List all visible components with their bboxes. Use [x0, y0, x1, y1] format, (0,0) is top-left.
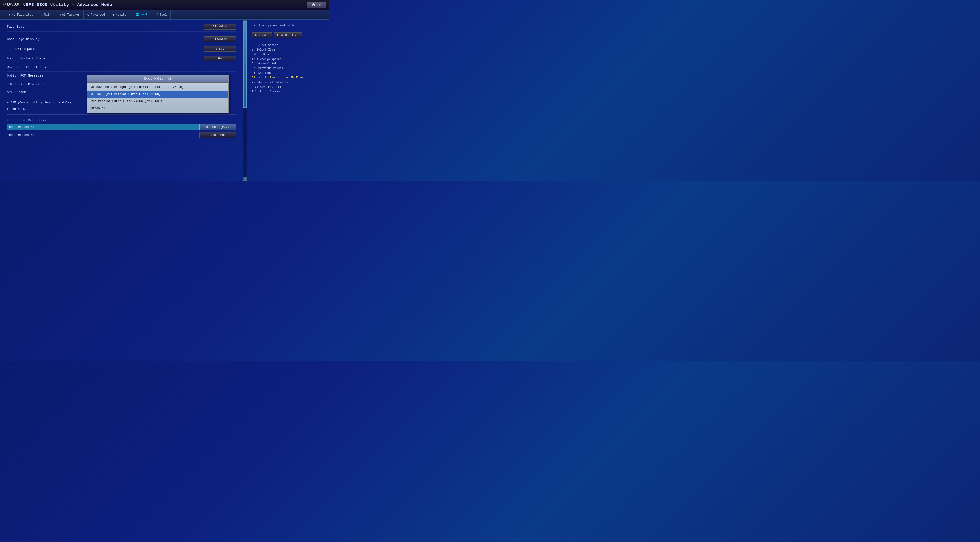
nav-monitor[interactable]: ♥ Monitor — [109, 10, 132, 19]
wait-f1-label: Wait For 'F1' If Error — [7, 65, 236, 69]
nav-ai-tweaker[interactable]: ◎ Ai Tweaker — [55, 10, 84, 19]
shortcut-f10-save: F10: Save ESC: Exit — [252, 85, 325, 89]
scrollbar-thumb[interactable] — [243, 21, 247, 108]
qck-note-button[interactable]: Qck Note — [252, 32, 272, 38]
boot-icon: ⏻ — [136, 13, 139, 16]
main-icon: ≡ — [41, 13, 43, 17]
dropdown-item-2[interactable]: P1: Patriot Burst Elite 240GB (228936MB) — [88, 98, 228, 105]
dropdown-item-3[interactable]: Disabled — [88, 105, 228, 112]
shortcut-select-screen: ↔: Select Screen — [252, 43, 325, 48]
post-report-label: POST Report — [14, 47, 204, 51]
scrollbar-down-arrow[interactable]: ▼ — [243, 177, 247, 181]
dropdown-list: Windows Boot Manager (P1: Patriot Burst … — [88, 83, 228, 113]
post-report-row: POST Report 5 sec — [7, 44, 236, 54]
boot-option-1-row: Boot Option #1 UBLinux (P... — [7, 123, 236, 131]
header-bar: //ISUS UEFI BIOS Utility - Advanced Mode… — [0, 0, 329, 10]
wait-f1-row: Wait For 'F1' If Error — [7, 63, 236, 72]
nav-advanced[interactable]: ⚙ Advanced — [84, 10, 109, 19]
shortcut-select-item: ↕: Select Item — [252, 48, 325, 52]
nav-boot[interactable]: ⏻ Boot — [132, 10, 151, 19]
help-panel: Set the system boot order Qck Note Last … — [247, 20, 329, 181]
advanced-icon: ⚙ — [88, 13, 89, 17]
boot-option-1-value[interactable]: UBLinux (P... — [199, 124, 236, 130]
boot-option-1-label[interactable]: Boot Option #1 — [7, 124, 199, 130]
shortcut-f12-print: F12: Print Screen — [252, 89, 325, 94]
fast-boot-label: Fast Boot — [7, 25, 204, 29]
fast-boot-row: Fast Boot Disabled — [7, 22, 236, 32]
nav-main[interactable]: ≡ Main — [37, 10, 55, 19]
csm-label: CSM (Compatibility Support Module) — [11, 101, 71, 104]
fast-boot-value[interactable]: Disabled — [204, 24, 236, 30]
numlock-row: Bootup NumLock State On — [7, 54, 236, 63]
asus-logo: //ISUS — [3, 2, 20, 8]
shortcut-enter-select: Enter: Select — [252, 52, 325, 57]
shortcut-change-option: +/-: Change Option — [252, 57, 325, 62]
numlock-value[interactable]: On — [204, 56, 236, 61]
boot-option-2-label[interactable]: Boot Option #2 — [7, 132, 199, 138]
secure-boot-arrow-icon: ▶ — [7, 107, 9, 111]
tool-icon: 🖨 — [155, 13, 158, 17]
boot-logo-value[interactable]: Disabled — [204, 37, 236, 42]
nav-my-favorites[interactable]: ★ My Favorites — [5, 10, 37, 19]
shortcut-f2-prev: F2: Previous Values — [252, 66, 325, 71]
ai-tweaker-icon: ◎ — [59, 13, 60, 17]
main-content: Fast Boot Disabled Boot Logo Display Dis… — [0, 20, 329, 181]
boot-priorities-header: Boot Option Priorities — [7, 117, 236, 123]
last-modified-button[interactable]: Last Modified — [274, 32, 302, 38]
dropdown-title: Boot Option #1 — [88, 75, 228, 83]
navigation-bar: ★ My Favorites ≡ Main ◎ Ai Tweaker ⚙ Adv… — [0, 10, 329, 20]
boot-option-dropdown: Boot Option #1 Windows Boot Manager (P1:… — [87, 75, 229, 113]
boot-option-2-value[interactable]: Disabled — [199, 132, 236, 138]
shortcut-f1-help: F1: General Help — [252, 62, 325, 66]
exit-icon: ⏻ — [312, 3, 315, 6]
nav-tool[interactable]: 🖨 Tool — [151, 10, 170, 19]
numlock-label: Bootup NumLock State — [7, 57, 204, 61]
boot-logo-label: Boot Logo Display — [7, 38, 204, 41]
shortcut-f3-shortcut: F3: Shortcut — [252, 71, 325, 75]
shortcut-f4-add: F4: Add to Shortcut and My Favorites — [252, 75, 325, 80]
exit-button[interactable]: ⏻ Exit — [307, 2, 326, 8]
keyboard-shortcuts: ↔: Select Screen ↕: Select Item Enter: S… — [252, 43, 325, 94]
dropdown-item-0[interactable]: Windows Boot Manager (P1: Patriot Burst … — [88, 83, 228, 91]
header-title: UEFI BIOS Utility - Advanced Mode — [23, 3, 112, 7]
shortcut-f5-defaults: F5: Optimized Defaults — [252, 80, 325, 85]
help-description: Set the system boot order — [252, 23, 325, 28]
monitor-icon: ♥ — [113, 13, 114, 17]
boot-option-2-row: Boot Option #2 Disabled — [7, 131, 236, 139]
secure-boot-label: Secure Boot — [11, 107, 30, 111]
csm-arrow-icon: ▶ — [7, 100, 9, 104]
dropdown-item-1[interactable]: UBLinux (P1: Patriot Burst Elite 240GB) — [88, 91, 228, 98]
post-report-value[interactable]: 5 sec — [204, 46, 236, 52]
boot-logo-row: Boot Logo Display Disabled — [7, 35, 236, 44]
action-buttons-group: Qck Note Last Modified — [252, 32, 325, 38]
scrollbar[interactable]: ▲ ▼ — [243, 20, 247, 181]
favorites-icon: ★ — [8, 13, 10, 17]
